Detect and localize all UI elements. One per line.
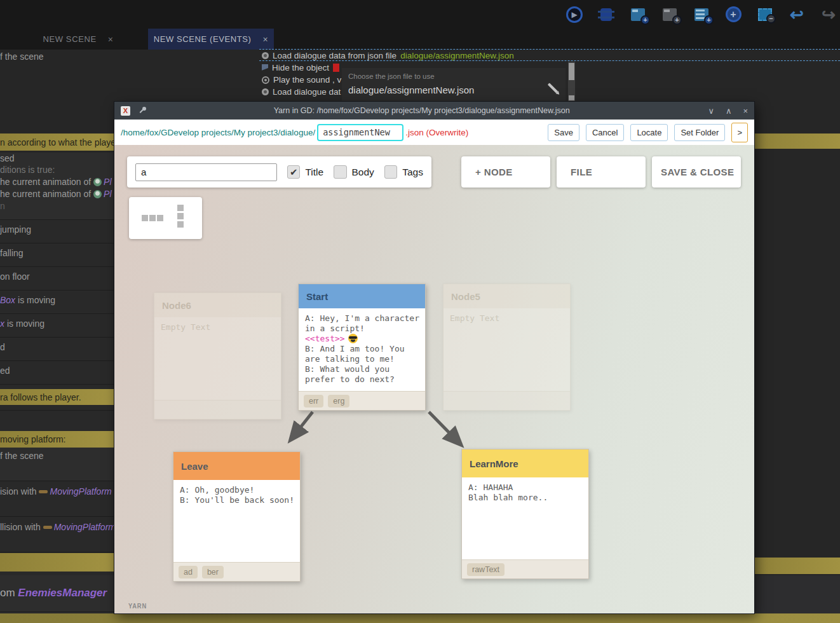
- pin-icon[interactable]: [138, 106, 147, 115]
- node-leave[interactable]: Leave A: Oh, goodbye! B: You'll be back …: [173, 451, 301, 582]
- json-path-link[interactable]: dialogue/assignmentNew.json: [400, 51, 514, 60]
- cancel-button[interactable]: Cancel: [586, 124, 624, 141]
- comment-row[interactable]: n according to what the playe: [0, 134, 114, 151]
- save-close-button[interactable]: SAVE & CLOSE: [652, 156, 741, 188]
- yarn-canvas[interactable]: ✔ Title Body Tags + NODE FILE SAVE & CLO…: [114, 145, 754, 613]
- main-toolbar: ▶ + + + + − ↩ ↪: [0, 0, 840, 29]
- node-start[interactable]: Start A: Hey, I'm a character in a scrip…: [298, 284, 426, 411]
- event-hide-object[interactable]: Hide the object: [262, 63, 339, 72]
- undo-icon[interactable]: ↩: [788, 6, 806, 24]
- platform-icon: [43, 526, 52, 529]
- event-text[interactable]: d: [0, 342, 5, 352]
- event-condition[interactable]: llision with MovingPlatform: [0, 522, 116, 532]
- yarn-watermark: YARN: [128, 602, 147, 610]
- event-text[interactable]: falling: [0, 248, 24, 258]
- more-button[interactable]: >: [731, 123, 748, 142]
- title-checkbox-label: Title: [305, 167, 323, 178]
- edit-pencil-icon[interactable]: [548, 83, 558, 93]
- animation-icon: [93, 190, 102, 198]
- action-icon: [262, 88, 269, 95]
- node-body: Empty Text: [444, 308, 570, 329]
- dialog-titlebar[interactable]: X Yarn in GD: /home/fox/GDevelop project…: [114, 102, 754, 120]
- comment-row[interactable]: moving platform:: [0, 431, 114, 448]
- object-icon: [262, 64, 268, 72]
- close-icon[interactable]: ×: [108, 34, 114, 44]
- node-tag: ad: [179, 566, 198, 578]
- collapse-icon[interactable]: ∨: [708, 106, 714, 116]
- object-thumbnail: [333, 64, 339, 72]
- add-external-events-icon[interactable]: +: [693, 6, 710, 24]
- tab-new-scene[interactable]: NEW SCENE ×: [10, 29, 147, 50]
- save-button[interactable]: Save: [548, 124, 579, 141]
- add-object-icon[interactable]: +: [724, 6, 742, 24]
- event-text[interactable]: f the scene: [0, 51, 44, 62]
- node-title: Leave: [173, 452, 300, 480]
- node-body: A: HAHAHA Blah blah more..: [462, 477, 588, 508]
- comment-row[interactable]: [754, 134, 840, 149]
- event-text[interactable]: ed: [0, 366, 10, 376]
- animation-icon: [93, 178, 102, 186]
- tab-label: NEW SCENE: [43, 34, 97, 44]
- file-button[interactable]: FILE: [557, 156, 646, 188]
- event-text[interactable]: jumping: [0, 224, 31, 235]
- node-tag: rawText: [467, 563, 505, 576]
- check-icon: ✔: [290, 167, 298, 178]
- node-learnmore[interactable]: LearnMore A: HAHAHA Blah blah more.. raw…: [461, 449, 589, 579]
- event-text[interactable]: ditions is true:: [0, 165, 55, 175]
- remove-extension-icon[interactable]: −: [756, 6, 774, 24]
- node-tag: ber: [202, 566, 224, 578]
- event-condition[interactable]: om EnemiesManager: [0, 587, 107, 599]
- add-node-button[interactable]: + NODE: [461, 156, 550, 188]
- node-footer: ad ber: [173, 562, 300, 581]
- overwrite-label: .json (Overwrite): [405, 128, 468, 137]
- comment-row[interactable]: [0, 553, 114, 572]
- locate-button[interactable]: Locate: [630, 124, 668, 141]
- events-scrollbar[interactable]: [568, 62, 575, 102]
- node-body: A: Oh, goodbye! B: You'll be back soon!: [173, 480, 300, 510]
- sunglasses-emoji-icon: [348, 334, 358, 343]
- event-condition[interactable]: ision with MovingPlatform: [0, 486, 112, 496]
- event-text[interactable]: n: [0, 201, 5, 211]
- event-text[interactable]: on floor: [0, 271, 30, 282]
- node-node5[interactable]: Node5 Empty Text: [443, 284, 571, 411]
- event-condition[interactable]: he current animation of Pl: [0, 189, 112, 199]
- comment-row[interactable]: ra follows the player.: [0, 389, 114, 405]
- body-checkbox-label: Body: [352, 167, 374, 178]
- add-scene-icon[interactable]: +: [629, 6, 647, 24]
- popup-label: Choose the json file to use: [348, 72, 435, 80]
- set-folder-button[interactable]: Set Folder: [674, 124, 725, 141]
- tags-checkbox[interactable]: [384, 165, 397, 179]
- bottom-comment-strip: [0, 613, 840, 623]
- comment-row[interactable]: [754, 558, 840, 574]
- event-text[interactable]: f the scene: [0, 451, 44, 461]
- event-play-sound[interactable]: Play the sound , v: [262, 75, 341, 85]
- node-title: Start: [299, 284, 425, 308]
- close-icon[interactable]: ×: [743, 106, 748, 116]
- event-condition[interactable]: he current animation of Pl: [0, 177, 112, 187]
- event-text[interactable]: sed: [0, 153, 15, 163]
- title-checkbox[interactable]: ✔: [287, 165, 300, 179]
- play-icon[interactable]: ▶: [566, 6, 583, 24]
- debug-icon[interactable]: [597, 6, 615, 24]
- popup-value[interactable]: dialogue/assignmentNew.json: [348, 85, 474, 95]
- event-load-dialogue-2[interactable]: Load dialogue dat: [262, 87, 341, 97]
- zoom-widget[interactable]: [129, 197, 202, 239]
- platform-icon: [39, 490, 48, 493]
- close-icon[interactable]: ×: [263, 34, 269, 44]
- search-input[interactable]: [135, 163, 277, 181]
- search-card: ✔ Title Body Tags: [127, 156, 431, 188]
- tab-new-scene-events[interactable]: NEW SCENE (EVENTS) ×: [148, 29, 274, 50]
- node-node6[interactable]: Node6 Empty Text: [154, 292, 281, 420]
- filename-input[interactable]: [317, 124, 403, 141]
- event-condition[interactable]: x is moving: [0, 318, 44, 329]
- expand-icon[interactable]: ∧: [726, 106, 732, 116]
- node-body: A: Hey, I'm a character in a script! <<t…: [299, 308, 425, 390]
- event-condition[interactable]: Box is moving: [0, 295, 55, 305]
- tab-bar: NEW SCENE × NEW SCENE (EVENTS) ×: [0, 29, 840, 50]
- body-checkbox[interactable]: [334, 165, 346, 179]
- event-load-dialogue[interactable]: Load dialogue data from json file dialog…: [262, 51, 514, 60]
- tab-label: NEW SCENE (EVENTS): [154, 34, 252, 44]
- node-link-arrows: [273, 407, 477, 458]
- redo-icon[interactable]: ↪: [820, 6, 837, 24]
- add-external-layout-icon[interactable]: +: [661, 6, 679, 24]
